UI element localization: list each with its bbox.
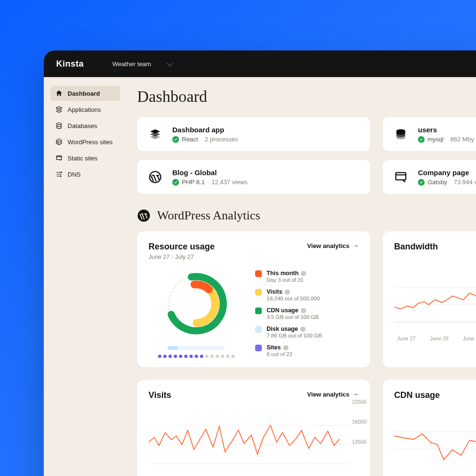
pager-dot[interactable] xyxy=(195,355,198,358)
card-tech: mysql xyxy=(427,136,444,143)
info-icon[interactable] xyxy=(301,308,306,313)
database-icon xyxy=(55,122,63,129)
card-title: users xyxy=(418,126,474,134)
card-company-page[interactable]: Company page Gatsby 73.944 v xyxy=(383,160,476,194)
legend-swatch xyxy=(255,270,262,277)
pager-dot[interactable] xyxy=(158,355,161,358)
panels-row-2: Visits View analytics → 22500 18000 1350… xyxy=(137,380,476,476)
stack-icon xyxy=(55,106,63,113)
brand-logo[interactable]: Kinsta xyxy=(56,59,84,69)
sidebar-item-label: Databases xyxy=(68,122,97,129)
card-title: Blog - Global xyxy=(172,169,248,177)
svg-rect-2 xyxy=(57,156,62,159)
legend-item: This month Day 3 out of 31 xyxy=(255,270,359,283)
svg-rect-7 xyxy=(396,173,406,180)
sidebar: Dashboard Applications Databases WordPre… xyxy=(44,77,125,476)
team-selector[interactable]: Weather team xyxy=(112,60,172,68)
card-blog-global[interactable]: Blog - Global PHP 8.1 12,437 views xyxy=(137,160,370,194)
pager-dot[interactable] xyxy=(179,355,182,358)
panel-visits: Visits View analytics → 22500 18000 1350… xyxy=(137,380,370,476)
app-window: Kinsta Weather team Dashboard Applicatio… xyxy=(44,50,476,476)
team-selector-label: Weather team xyxy=(112,60,151,68)
pager-dot[interactable] xyxy=(205,355,208,358)
summary-row-2: Blog - Global PHP 8.1 12,437 views Compa… xyxy=(137,160,476,194)
pager-dot[interactable] xyxy=(174,355,177,358)
info-icon[interactable] xyxy=(283,345,288,350)
legend-swatch xyxy=(255,289,262,296)
pager-dot[interactable] xyxy=(189,355,193,358)
svg-point-4 xyxy=(60,176,61,177)
sidebar-item-label: DNS xyxy=(68,171,80,178)
page-title: Dashboard xyxy=(137,88,476,106)
sidebar-item-static[interactable]: Static sites xyxy=(50,150,120,166)
arrow-right-icon: → xyxy=(352,242,359,249)
info-icon[interactable] xyxy=(285,289,290,295)
card-dashboard-app[interactable]: Dashboard app React 2 processes xyxy=(137,117,370,151)
legend-label: Sites xyxy=(267,344,292,351)
pager-dot[interactable] xyxy=(231,355,235,358)
card-title: Company page xyxy=(418,169,476,177)
info-icon[interactable] xyxy=(300,327,306,332)
sidebar-item-dashboard[interactable]: Dashboard xyxy=(50,86,120,101)
pager-dot[interactable] xyxy=(184,355,188,358)
card-meta: 73.944 v xyxy=(454,178,476,186)
topbar: Kinsta Weather team xyxy=(44,50,476,77)
legend-item: CDN usage 3.5 GB out of 100 GB xyxy=(255,307,359,320)
view-analytics-link[interactable]: View analytics → xyxy=(307,242,359,249)
sidebar-item-dns[interactable]: DNS xyxy=(50,167,120,182)
view-analytics-link[interactable]: View analytics → xyxy=(307,390,359,398)
status-ok-icon xyxy=(418,179,425,186)
visits-chart xyxy=(149,409,359,476)
section-header: WordPress Analytics xyxy=(137,208,476,223)
sidebar-item-label: WordPress sites xyxy=(68,139,112,146)
pager-dots[interactable] xyxy=(158,355,235,358)
legend-sub: Day 3 out of 31 xyxy=(267,277,306,283)
bandwidth-x-ticks: June 27 June 28 June 29 xyxy=(394,334,476,341)
pager-dot[interactable] xyxy=(169,355,172,358)
resource-donut-chart xyxy=(160,268,232,339)
pager-dot[interactable] xyxy=(221,355,224,358)
panel-title: Resource usage xyxy=(149,242,215,252)
legend-swatch xyxy=(255,345,262,351)
wordpress-icon xyxy=(148,169,163,185)
pager-dot[interactable] xyxy=(210,355,214,358)
pager-dot[interactable] xyxy=(226,355,229,358)
card-tech: React xyxy=(182,136,198,143)
card-tech: Gatsby xyxy=(427,178,447,186)
card-meta: 2 processes xyxy=(205,136,238,143)
sidebar-item-label: Dashboard xyxy=(68,90,100,97)
status-ok-icon xyxy=(418,136,425,143)
sidebar-item-databases[interactable]: Databases xyxy=(50,118,120,133)
panel-title: Bandwidth xyxy=(394,242,476,252)
legend-swatch xyxy=(255,326,262,333)
stack-icon xyxy=(148,127,163,142)
pager-dot[interactable] xyxy=(200,355,203,358)
panel-cdn-usage: CDN usage xyxy=(383,380,476,476)
svg-point-8 xyxy=(138,209,150,222)
status-ok-icon xyxy=(172,179,179,186)
panel-title: CDN usage xyxy=(394,390,476,400)
pager-dot[interactable] xyxy=(216,355,219,358)
pager-dot[interactable] xyxy=(163,355,167,358)
arrow-right-icon: → xyxy=(352,390,359,398)
legend-label: Visits xyxy=(267,288,320,295)
legend-sub: 8 out of 22 xyxy=(267,351,292,357)
progress-fill xyxy=(168,346,178,350)
panel-bandwidth: Bandwidth June 27 June 28 June 29 xyxy=(383,231,476,367)
dns-icon xyxy=(55,170,63,178)
legend-sub: 3.5 GB out of 100 GB xyxy=(267,314,319,320)
svg-point-3 xyxy=(61,172,62,173)
card-meta: 12,437 views xyxy=(211,178,248,186)
card-title: Dashboard app xyxy=(172,126,238,134)
legend-label: CDN usage xyxy=(267,307,319,314)
legend-label: This month xyxy=(267,270,306,277)
sidebar-item-wordpress[interactable]: WordPress sites xyxy=(50,134,120,149)
static-site-icon xyxy=(55,154,63,162)
card-users[interactable]: users mysql 862 Mby xyxy=(383,117,476,151)
info-icon[interactable] xyxy=(301,271,306,276)
visits-y-ticks: 22500 18000 13500 xyxy=(352,399,367,445)
legend-label: Disk usage xyxy=(267,326,322,332)
svg-point-0 xyxy=(57,123,61,125)
sidebar-item-applications[interactable]: Applications xyxy=(50,102,120,117)
legend-sub: 7.86 GB out of 100 GB xyxy=(267,333,322,338)
